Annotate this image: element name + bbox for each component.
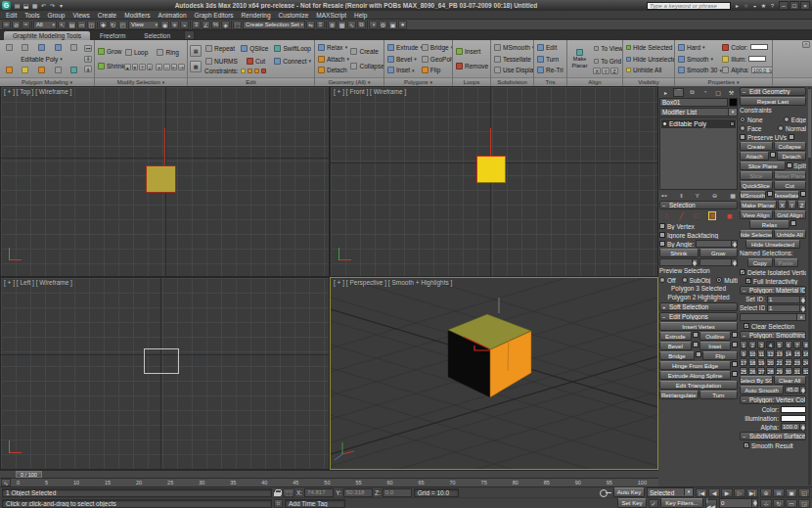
rollout-selection[interactable]: Selection — [659, 201, 738, 209]
set-id-spinner[interactable]: 1 — [767, 296, 806, 303]
constraint-none-icon[interactable] — [241, 69, 246, 73]
mini-curve-editor-icon[interactable]: ∿ — [1, 479, 11, 486]
clear-selection-checkbox[interactable] — [744, 323, 749, 329]
constraint-face-radio[interactable] — [740, 125, 745, 131]
menu-item[interactable]: Graph Editors — [195, 12, 234, 19]
keyboard-override-icon[interactable]: ⌁ — [180, 21, 189, 29]
extrude-settings[interactable] — [693, 332, 699, 338]
open-file-icon[interactable]: ⬓ — [22, 1, 30, 10]
tessellate-button[interactable]: Tessellate▾ — [493, 54, 531, 65]
use-displacement-button[interactable]: Use Displac... — [493, 65, 531, 75]
display-tab-icon[interactable]: ▢ — [713, 88, 724, 97]
grow-button[interactable]: Grow — [699, 249, 739, 257]
edit-tri-button[interactable]: Edit — [536, 42, 564, 53]
full-interactivity-checkbox[interactable] — [745, 278, 751, 284]
panel-dropdown-icon[interactable]: ▾ — [70, 79, 73, 85]
menu-item[interactable]: Views — [72, 12, 89, 19]
layer-manager-icon[interactable]: ≣ — [328, 21, 337, 29]
current-frame-spinner[interactable]: 0 — [719, 498, 758, 508]
loop-grow-icon[interactable]: ▴ — [124, 64, 131, 70]
viewport-label[interactable]: [ + ] [ Top ] [ Wireframe ] — [4, 88, 71, 95]
by-angle-spinner[interactable] — [696, 240, 738, 248]
unhide-all-button[interactable]: Unhide All — [625, 65, 672, 75]
align-to-grid-button[interactable]: To Grid — [593, 56, 620, 67]
make-unique-icon[interactable]: Y — [696, 193, 699, 199]
detach-button[interactable]: Detach — [317, 65, 346, 75]
zoom-extents-icon[interactable]: ▣ — [786, 488, 797, 497]
preserve-uvs-settings[interactable] — [789, 134, 794, 140]
smoothing-group-cell[interactable]: 6 — [785, 341, 792, 348]
undo-icon[interactable]: ↶ — [39, 1, 48, 10]
favorites-icon[interactable]: ★ — [759, 1, 768, 10]
cut-button[interactable]: Cut — [774, 181, 807, 190]
quick-access-dropdown-icon[interactable]: ▾ — [57, 1, 66, 10]
select-and-rotate-icon[interactable]: ↻ — [109, 21, 117, 29]
connect-button[interactable]: Connect▾ — [273, 56, 312, 67]
delete-isolated-vertices-checkbox[interactable] — [740, 269, 745, 275]
smoothing-group-cell[interactable]: 11 — [757, 349, 765, 357]
smoothing-group-cell[interactable]: 30 — [785, 367, 792, 375]
extrude-along-spline-button[interactable]: Extrude Along Spline — [659, 371, 731, 380]
constraint-normal-radio[interactable] — [778, 125, 784, 131]
stack-item-editable-poly[interactable]: Editable Poly — [661, 119, 736, 128]
smoothing-group-cell[interactable]: 5 — [776, 341, 784, 348]
play-icon[interactable]: ▶ — [721, 488, 733, 497]
select-and-scale-icon[interactable]: ◰ — [118, 21, 127, 29]
set-key-filters-icon[interactable]: ✓ — [649, 499, 658, 508]
smoothing-group-cell[interactable]: 23 — [793, 358, 801, 366]
motion-tab-icon[interactable]: ◔ — [699, 88, 710, 97]
box-object-left-view[interactable] — [144, 348, 179, 374]
viewport-label[interactable]: [ + ] [ Left ] [ Wireframe ] — [4, 279, 72, 286]
panel-dropdown-icon[interactable]: ▾ — [430, 79, 433, 85]
separator[interactable] — [326, 21, 327, 29]
element-mode-icon[interactable] — [70, 44, 77, 51]
object-name-field[interactable]: Box01 — [659, 98, 728, 107]
hide-selected-button[interactable]: Hide Selected — [740, 230, 773, 239]
retri-button[interactable]: Re-Tri — [536, 65, 564, 75]
zoom-all-icon[interactable]: ⊞ — [773, 488, 785, 497]
inset-button[interactable]: Inset▾ — [386, 65, 418, 75]
msmooth-button[interactable]: MSmooth▾ — [493, 42, 531, 53]
auto-smooth-spinner[interactable]: 45.0 — [785, 386, 806, 393]
smooth-result-checkbox[interactable] — [744, 442, 749, 448]
smoothing-group-cell[interactable]: 3 — [757, 341, 765, 348]
smoothing-group-cell[interactable]: 14 — [785, 349, 792, 357]
hard-edges-button[interactable]: Hard▾ — [677, 42, 718, 53]
smoothing-group-cell[interactable]: 19 — [757, 358, 765, 366]
smoothing-group-cell[interactable]: 4 — [766, 341, 774, 348]
rollout-edit-geometry[interactable]: Edit Geometry — [740, 87, 806, 96]
ribbon-minimize-icon[interactable]: ▴ — [184, 30, 195, 40]
smoothing-group-cell[interactable]: 18 — [748, 358, 756, 366]
outline-settings[interactable] — [732, 332, 738, 338]
grow-spinner[interactable] — [699, 258, 739, 266]
smoothing-group-cell[interactable]: 27 — [757, 367, 765, 375]
zoom-icon[interactable]: ⊕ — [760, 488, 772, 497]
split-checkbox[interactable] — [787, 162, 792, 168]
graphite-toggle-icon[interactable]: ▩ — [338, 21, 346, 29]
preview-subobj-radio[interactable] — [682, 277, 688, 283]
select-object-icon[interactable]: ↖ — [58, 21, 67, 29]
previous-frame-icon[interactable]: ◀ — [708, 488, 720, 497]
edit-triangulation-button[interactable]: Edit Triangulation — [659, 381, 738, 390]
smoothing-group-cell[interactable]: 7 — [793, 341, 801, 348]
tab-selection[interactable]: Selection — [135, 31, 179, 40]
turn-button[interactable]: Turn — [699, 391, 739, 399]
smooth-30-button[interactable]: Smooth 30▾ — [677, 65, 718, 75]
ring-shrink-icon[interactable]: − — [163, 64, 170, 70]
clear-all-button[interactable]: Clear All — [774, 376, 807, 385]
create-tab-icon[interactable]: ▸ — [660, 88, 671, 97]
separator[interactable] — [231, 21, 232, 29]
collapse-button[interactable]: Collapse — [774, 142, 807, 151]
attach-button[interactable]: Attach▾ — [317, 54, 346, 65]
smoothing-group-cell[interactable]: 26 — [748, 367, 756, 375]
bridge-button[interactable]: Bridge▾ — [421, 42, 450, 53]
inset-button[interactable]: Inset — [699, 342, 732, 350]
smoothing-group-cell[interactable]: 22 — [785, 358, 792, 366]
remove-modifier-icon[interactable]: ⊖ — [712, 192, 717, 199]
constraint-normal-icon[interactable] — [261, 69, 266, 73]
menu-item[interactable]: Help — [354, 12, 367, 19]
convert-mesh-icon[interactable] — [55, 67, 62, 73]
smoothing-group-cell[interactable]: 2 — [748, 341, 756, 348]
close-button[interactable]: × — [800, 1, 810, 10]
mirror-icon[interactable]: ⇋ — [306, 21, 315, 29]
